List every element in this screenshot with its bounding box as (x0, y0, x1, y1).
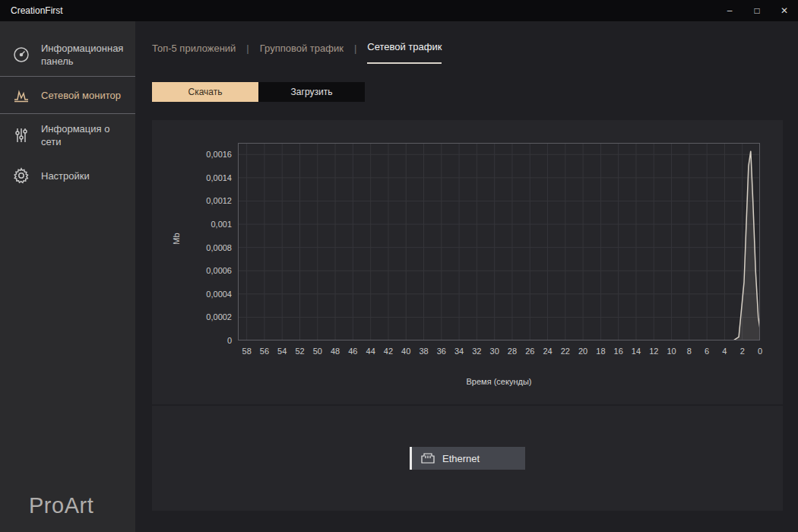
close-button[interactable]: ✕ (771, 0, 798, 21)
y-tick-label: 0,0006 (188, 266, 232, 275)
y-tick-label: 0 (188, 336, 232, 345)
ethernet-port-icon (421, 453, 435, 464)
network-nodes-icon (11, 126, 32, 144)
y-tick-label: 0,0012 (188, 196, 232, 205)
titlebar: CreationFirst – □ ✕ (0, 0, 798, 21)
sidebar-item-settings[interactable]: Настройки (0, 157, 135, 195)
direction-toggle: Скачать Загрузить (152, 82, 798, 102)
tab-group-traffic[interactable]: Групповой трафик (260, 43, 344, 64)
ethernet-adapter-button[interactable]: Ethernet (410, 447, 525, 470)
y-axis-label: Mb (172, 233, 181, 244)
minimize-button[interactable]: – (716, 0, 743, 21)
gear-icon (11, 166, 32, 185)
sidebar-item-label: Настройки (41, 169, 90, 182)
download-toggle-button[interactable]: Скачать (152, 82, 258, 102)
sidebar: Информационная панель Сетевой монитор (0, 21, 135, 532)
app-body: Информационная панель Сетевой монитор (0, 21, 798, 532)
tab-network-traffic[interactable]: Сетевой трафик (367, 41, 442, 64)
tab-separator: | (354, 43, 356, 64)
traffic-chart-panel: Mb Время (секунды) 585654525048464442403… (152, 120, 783, 404)
y-tick-label: 0,0014 (188, 173, 232, 182)
window-title: CreationFirst (11, 5, 716, 16)
maximize-button[interactable]: □ (743, 0, 771, 21)
y-tick-label: 0,001 (188, 220, 232, 229)
adapter-panel: Ethernet (152, 406, 783, 511)
adapter-label: Ethernet (442, 453, 480, 464)
sidebar-item-label: Сетевой монитор (41, 89, 121, 102)
upload-toggle-button[interactable]: Загрузить (258, 82, 365, 102)
tab-bar: Топ-5 приложений | Групповой трафик | Се… (135, 41, 798, 64)
y-tick-label: 0,0004 (188, 290, 232, 299)
proart-logo: ProArt (29, 493, 93, 518)
traffic-chart (238, 143, 760, 340)
sidebar-item-label: Информация о сети (41, 122, 125, 148)
x-tick-label: 0 (749, 347, 771, 356)
main-content: Топ-5 приложений | Групповой трафик | Се… (135, 21, 798, 532)
sidebar-item-network-monitor[interactable]: Сетевой монитор (0, 76, 135, 114)
sidebar-item-dashboard[interactable]: Информационная панель (0, 33, 135, 76)
y-tick-label: 0,0002 (188, 312, 232, 321)
gauge-icon (11, 46, 32, 64)
sidebar-item-label: Информационная панель (41, 42, 125, 68)
y-tick-label: 0,0008 (188, 243, 232, 252)
x-axis-label: Время (секунды) (238, 377, 760, 386)
tab-top5-apps[interactable]: Топ-5 приложений (152, 43, 236, 64)
sidebar-item-network-info[interactable]: Информация о сети (0, 114, 135, 157)
y-tick-label: 0,0016 (188, 150, 232, 159)
app-window: CreationFirst – □ ✕ Информационная панел… (0, 0, 798, 532)
tab-separator: | (246, 43, 249, 64)
waveform-icon (11, 86, 32, 104)
